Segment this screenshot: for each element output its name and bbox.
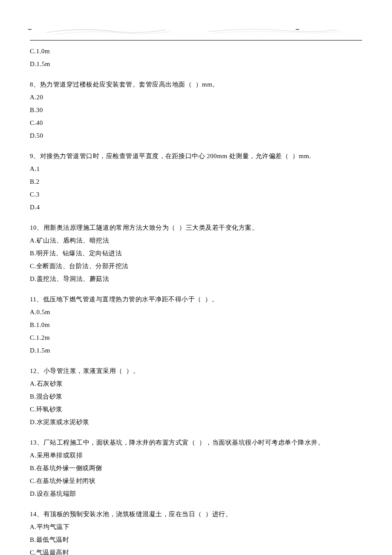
- option: B.最低气温时: [30, 533, 362, 546]
- question-text: 13、厂站工程施工中，面状基坑，降水井的布置方式宜（ ），当面状基坑很小时可考虑…: [30, 436, 362, 449]
- option: C.1.2m: [30, 331, 362, 344]
- question-14: 14、有顶板的预制安装水池，浇筑板缝混凝土，应在当日（ ）进行。 A.平均气温下…: [30, 508, 362, 555]
- question-text: 8、热力管道穿过楼板处应安装套管。套管应高出地面（ ）mm。: [30, 78, 362, 91]
- question-12: 12、小导管注浆，浆液宜采用（ ）。 A.石灰砂浆 B.混合砂浆 C.环氧砂浆 …: [30, 364, 362, 428]
- option: D.盖挖法、导洞法、蘑菇法: [30, 272, 362, 285]
- option: B.在基坑外缘一侧或两侧: [30, 462, 362, 474]
- question-number: 14: [30, 511, 37, 517]
- question-9: 9、对接热力管道管口时，应检查管道平直度，在距接口中心 200mm 处测量，允许…: [30, 150, 362, 214]
- question-8: 8、热力管道穿过楼板处应安装套管。套管应高出地面（ ）mm。 A.20 B.30…: [30, 78, 362, 142]
- question-body: 热力管道穿过楼板处应安装套管。套管应高出地面（ ）mm。: [40, 81, 219, 88]
- option: D.1.5m: [30, 58, 362, 70]
- option: A.矿山法、盾构法、暗挖法: [30, 234, 362, 247]
- question-13: 13、厂站工程施工中，面状基坑，降水井的布置方式宜（ ），当面状基坑很小时可考虑…: [30, 436, 362, 500]
- question-body: 低压地下燃气管道与直埋热力管的水平净距不得小于（ ）。: [43, 296, 219, 303]
- question-number: 13: [30, 439, 37, 446]
- document-page: C.1.0m D.1.5m 8、热力管道穿过楼板处应安装套管。套管应高出地面（ …: [0, 0, 392, 555]
- question-number: 8: [30, 81, 33, 88]
- option: C.气温最高时: [30, 546, 362, 555]
- question-body: 对接热力管道管口时，应检查管道平直度，在距接口中心 200mm 处测量，允许偏差…: [40, 153, 311, 159]
- option: B.明开法、钻爆法、定向钻进法: [30, 247, 362, 260]
- option: C.1.0m: [30, 45, 362, 58]
- question-text: 9、对接热力管道管口时，应检查管道平直度，在距接口中心 200mm 处测量，允许…: [30, 150, 362, 162]
- question-body: 用新奥法原理施工隧道的常用方法大致分为（ ）三大类及若干变化方案。: [43, 224, 259, 231]
- question-body: 有顶板的预制安装水池，浇筑板缝混凝土，应在当日（ ）进行。: [43, 511, 232, 517]
- option: A.1: [30, 162, 362, 175]
- question-number: 9: [30, 153, 33, 159]
- question-text: 12、小导管注浆，浆液宜采用（ ）。: [30, 364, 362, 377]
- question-text: 14、有顶板的预制安装水池，浇筑板缝混凝土，应在当日（ ）进行。: [30, 508, 362, 520]
- question-number: 10: [30, 224, 37, 231]
- option: B.1.0m: [30, 318, 362, 331]
- option: D.设在基坑端部: [30, 487, 362, 500]
- question-text: 10、用新奥法原理施工隧道的常用方法大致分为（ ）三大类及若干变化方案。: [30, 221, 362, 234]
- question-body: 厂站工程施工中，面状基坑，降水井的布置方式宜（ ），当面状基坑很小时可考虑单个降…: [43, 439, 325, 446]
- option: A.采用单排或双排: [30, 449, 362, 462]
- option: C.环氧砂浆: [30, 403, 362, 416]
- question-11: 11、低压地下燃气管道与直埋热力管的水平净距不得小于（ ）。 A.0.5m B.…: [30, 293, 362, 357]
- question-text: 11、低压地下燃气管道与直埋热力管的水平净距不得小于（ ）。: [30, 293, 362, 306]
- content-area: C.1.0m D.1.5m 8、热力管道穿过楼板处应安装套管。套管应高出地面（ …: [30, 45, 362, 555]
- option: A.平均气温下: [30, 520, 362, 533]
- option: D.水泥浆或水泥砂浆: [30, 416, 362, 428]
- option: D.4: [30, 201, 362, 214]
- option: C.全断面法、台阶法、分部开挖法: [30, 260, 362, 272]
- option: B.30: [30, 104, 362, 116]
- header-rule: [30, 40, 362, 40]
- question-10: 10、用新奥法原理施工隧道的常用方法大致分为（ ）三大类及若干变化方案。 A.矿…: [30, 221, 362, 285]
- option: B.2: [30, 175, 362, 188]
- question-body: 小导管注浆，浆液宜采用（ ）。: [43, 367, 140, 374]
- option: C.40: [30, 116, 362, 129]
- option: C.3: [30, 188, 362, 201]
- header-smudge: [30, 26, 362, 38]
- option: A.石灰砂浆: [30, 377, 362, 390]
- option: A.0.5m: [30, 306, 362, 318]
- question-number: 11: [30, 296, 36, 303]
- option: C.在基坑外缘呈封闭状: [30, 474, 362, 487]
- option: D.1.5m: [30, 344, 362, 357]
- option: D.50: [30, 129, 362, 142]
- option: A.20: [30, 91, 362, 104]
- question-7-remainder: C.1.0m D.1.5m: [30, 45, 362, 70]
- option: B.混合砂浆: [30, 390, 362, 403]
- question-number: 12: [30, 367, 37, 374]
